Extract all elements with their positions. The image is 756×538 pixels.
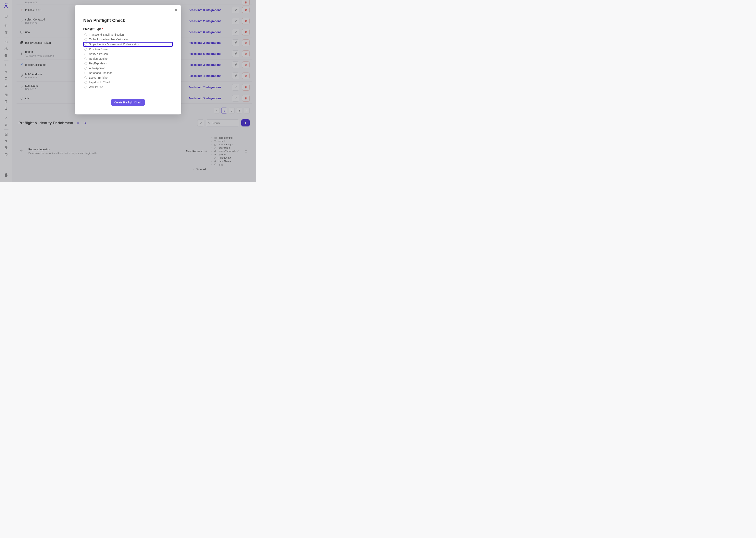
preflight-type-option[interactable]: Transcend Email Verification bbox=[83, 32, 173, 37]
preflight-type-option[interactable]: Stripe Identity Government ID Verificati… bbox=[83, 42, 173, 47]
radio-icon bbox=[84, 62, 87, 65]
option-label: Notify a Person bbox=[89, 52, 108, 56]
preflight-type-option[interactable]: Region Matcher bbox=[83, 57, 173, 61]
radio-icon bbox=[84, 53, 87, 55]
preflight-type-option[interactable]: Auto Approve bbox=[83, 66, 173, 70]
option-label: Auto Approve bbox=[89, 67, 106, 70]
preflight-type-option[interactable]: Looker Enricher bbox=[83, 76, 173, 80]
option-label: Wait Period bbox=[89, 85, 103, 89]
option-label: Twilio Phone Number Verification bbox=[89, 38, 129, 41]
modal-title: New Preflight Check bbox=[83, 18, 173, 23]
close-button[interactable] bbox=[174, 9, 178, 12]
option-label: Post to a Server bbox=[89, 48, 109, 51]
preflight-type-option[interactable]: Wait Period bbox=[83, 85, 173, 89]
radio-icon bbox=[84, 77, 87, 79]
preflight-type-option[interactable]: Notify a Person bbox=[83, 52, 173, 56]
radio-icon bbox=[84, 81, 87, 84]
create-preflight-button[interactable]: Create Preflight Check bbox=[111, 99, 145, 106]
option-label: Legal Hold Check bbox=[89, 81, 111, 84]
option-label: Transcend Email Verification bbox=[89, 33, 124, 36]
radio-icon bbox=[84, 48, 87, 51]
preflight-type-option[interactable]: Legal Hold Check bbox=[83, 80, 173, 84]
preflight-type-option[interactable]: Post to a Server bbox=[83, 47, 173, 51]
option-label: Looker Enricher bbox=[89, 76, 109, 79]
option-label: Region Matcher bbox=[89, 57, 109, 60]
radio-icon bbox=[84, 43, 87, 46]
preflight-type-option[interactable]: Database Enricher bbox=[83, 71, 173, 75]
radio-icon bbox=[84, 58, 87, 60]
radio-icon bbox=[84, 86, 87, 88]
radio-icon bbox=[84, 33, 87, 36]
radio-icon bbox=[84, 67, 87, 70]
radio-icon bbox=[84, 72, 87, 74]
preflight-modal: New Preflight Check Preflight Type* Tran… bbox=[74, 5, 181, 114]
option-label: Database Enricher bbox=[89, 71, 112, 75]
radio-icon bbox=[84, 38, 87, 41]
preflight-type-option[interactable]: Twilio Phone Number Verification bbox=[83, 37, 173, 41]
field-label: Preflight Type* bbox=[83, 27, 173, 30]
option-label: RegExp Match bbox=[89, 62, 107, 65]
option-label: Stripe Identity Government ID Verificati… bbox=[89, 43, 140, 46]
preflight-type-option[interactable]: RegExp Match bbox=[83, 61, 173, 66]
